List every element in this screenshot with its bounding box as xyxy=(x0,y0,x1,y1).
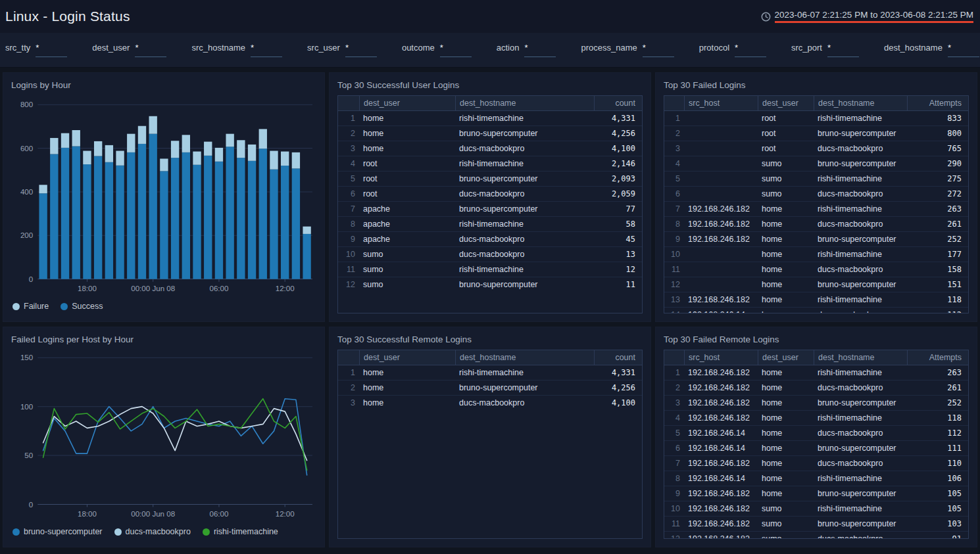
bar-failure-segment[interactable] xyxy=(215,148,223,162)
bar-04:00[interactable] xyxy=(193,152,201,279)
filter-value-input[interactable]: * xyxy=(36,43,67,57)
legend-item-ducs-macbookpro[interactable]: ducs-macbookpro xyxy=(114,527,191,536)
filter-value-input[interactable]: * xyxy=(735,43,766,57)
column-header-dest_hostname[interactable]: dest_hostname xyxy=(455,350,594,365)
bar-success-segment[interactable] xyxy=(149,134,157,279)
bar-01:00[interactable] xyxy=(160,158,168,279)
column-header-dest_user[interactable]: dest_user xyxy=(359,96,455,110)
legend-item-bruno-supercomputer[interactable]: bruno-supercomputer xyxy=(12,527,103,536)
bar-success-segment[interactable] xyxy=(171,158,179,279)
legend-item-success[interactable]: Success xyxy=(61,302,103,311)
bar-05:00[interactable] xyxy=(204,142,212,279)
bar-21:00[interactable] xyxy=(116,151,124,279)
filter-value-input[interactable]: * xyxy=(827,43,859,57)
filter-value-input[interactable]: * xyxy=(251,43,282,57)
bar-23:00[interactable] xyxy=(138,126,146,279)
bar-success-segment[interactable] xyxy=(281,166,289,279)
bar-failure-segment[interactable] xyxy=(204,142,212,156)
bar-failure-segment[interactable] xyxy=(116,151,124,166)
bar-15:00[interactable] xyxy=(50,138,58,279)
line-series-ducs-macbookpro[interactable] xyxy=(43,407,307,461)
failed-per-host-chart[interactable]: 05010015018:0000:00 Jun 0806:0012:00 xyxy=(11,350,316,524)
bar-success-segment[interactable] xyxy=(127,152,135,279)
bar-failure-segment[interactable] xyxy=(39,185,47,193)
bar-00:00[interactable] xyxy=(149,116,157,279)
bar-06:00[interactable] xyxy=(215,148,223,279)
bar-success-segment[interactable] xyxy=(303,234,310,279)
filter-value-input[interactable]: * xyxy=(948,43,979,57)
bar-failure-segment[interactable] xyxy=(149,116,157,134)
bar-success-segment[interactable] xyxy=(259,149,267,279)
bar-success-segment[interactable] xyxy=(182,152,190,279)
bar-failure-segment[interactable] xyxy=(171,141,179,158)
bar-failure-segment[interactable] xyxy=(259,129,267,149)
legend-item-failure[interactable]: Failure xyxy=(12,302,49,311)
bar-failure-segment[interactable] xyxy=(303,227,310,234)
bar-failure-segment[interactable] xyxy=(193,152,201,165)
filter-value-input[interactable]: * xyxy=(524,43,556,57)
legend-item-rishi-timemachine[interactable]: rishi-timemachine xyxy=(203,527,278,536)
line-series-bruno-supercomputer[interactable] xyxy=(43,399,307,475)
column-header-count[interactable]: count xyxy=(594,350,642,365)
bar-failure-segment[interactable] xyxy=(127,134,135,152)
filter-value-input[interactable]: * xyxy=(643,43,674,57)
column-header-dest_user[interactable]: dest_user xyxy=(758,350,814,365)
bar-08:00[interactable] xyxy=(237,140,245,279)
bar-success-segment[interactable] xyxy=(226,147,233,279)
bar-11:00[interactable] xyxy=(270,151,278,279)
bar-success-segment[interactable] xyxy=(61,148,69,279)
bar-failure-segment[interactable] xyxy=(226,134,233,147)
column-header-dest_hostname[interactable]: dest_hostname xyxy=(814,96,907,110)
bar-13:00[interactable] xyxy=(292,152,300,279)
column-header-Attempts[interactable]: Attempts xyxy=(907,96,968,110)
bar-02:00[interactable] xyxy=(171,141,179,279)
bar-success-segment[interactable] xyxy=(83,164,91,279)
bar-success-segment[interactable] xyxy=(237,158,245,279)
bar-failure-segment[interactable] xyxy=(61,133,69,148)
column-header-dest_hostname[interactable]: dest_hostname xyxy=(455,96,594,110)
column-header-src_host[interactable]: src_host xyxy=(684,350,758,365)
bar-17:00[interactable] xyxy=(72,130,80,279)
bar-success-segment[interactable] xyxy=(116,166,124,279)
bar-failure-segment[interactable] xyxy=(248,145,256,161)
column-header-count[interactable]: count xyxy=(594,96,642,110)
bar-success-segment[interactable] xyxy=(292,168,300,279)
logins-by-hour-chart[interactable]: 020040060080018:0000:00 Jun 0806:0012:00 xyxy=(11,95,316,299)
bar-20:00[interactable] xyxy=(105,145,113,279)
bar-failure-segment[interactable] xyxy=(50,138,58,154)
bar-failure-segment[interactable] xyxy=(160,158,168,171)
bar-failure-segment[interactable] xyxy=(83,151,91,165)
bar-18:00[interactable] xyxy=(83,151,91,279)
bar-03:00[interactable] xyxy=(182,135,190,279)
column-header-dest_hostname[interactable]: dest_hostname xyxy=(814,350,907,365)
bar-success-segment[interactable] xyxy=(248,161,256,279)
time-range-picker[interactable]: 2023-06-07 2:21:25 PM to 2023-06-08 2:21… xyxy=(761,10,973,23)
bar-success-segment[interactable] xyxy=(193,165,201,279)
bar-success-segment[interactable] xyxy=(204,156,212,279)
column-header-dest_user[interactable]: dest_user xyxy=(359,350,455,365)
bar-09:00[interactable] xyxy=(248,145,256,279)
column-header-dest_user[interactable]: dest_user xyxy=(758,96,814,110)
bar-failure-segment[interactable] xyxy=(237,140,245,158)
bar-failure-segment[interactable] xyxy=(138,126,146,144)
bar-success-segment[interactable] xyxy=(270,170,278,279)
bar-19:00[interactable] xyxy=(94,141,102,279)
bar-success-segment[interactable] xyxy=(105,162,113,279)
bar-14:00[interactable] xyxy=(39,185,47,279)
bar-failure-segment[interactable] xyxy=(72,130,80,147)
bar-success-segment[interactable] xyxy=(138,144,146,279)
bar-failure-segment[interactable] xyxy=(281,152,289,166)
column-header-Attempts[interactable]: Attempts xyxy=(907,350,968,365)
bar-22:00[interactable] xyxy=(127,134,135,279)
bar-10:00[interactable] xyxy=(259,129,267,279)
bar-failure-segment[interactable] xyxy=(94,141,102,156)
bar-failure-segment[interactable] xyxy=(292,152,300,169)
bar-success-segment[interactable] xyxy=(160,171,168,279)
bar-success-segment[interactable] xyxy=(39,193,47,279)
filter-value-input[interactable]: * xyxy=(135,43,166,57)
filter-value-input[interactable]: * xyxy=(345,43,377,57)
column-header-src_host[interactable]: src_host xyxy=(684,96,758,110)
bar-success-segment[interactable] xyxy=(215,162,223,279)
bar-failure-segment[interactable] xyxy=(270,151,278,170)
bar-success-segment[interactable] xyxy=(50,154,58,279)
